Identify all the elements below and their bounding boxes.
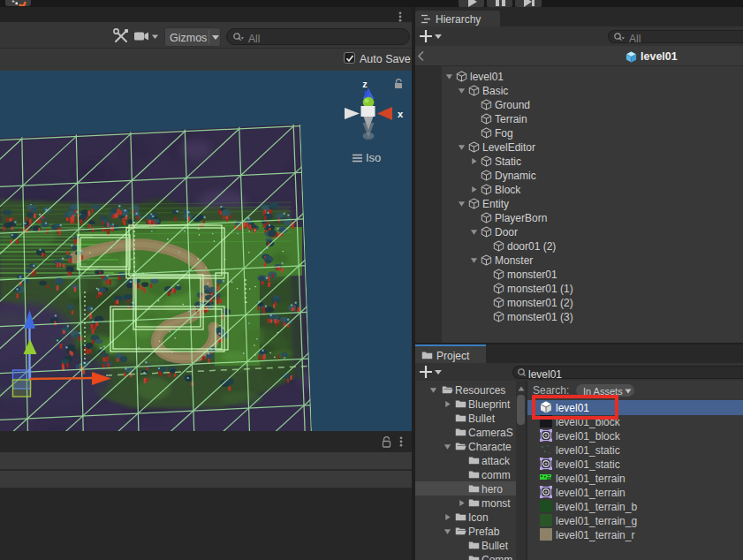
svg-text:y: y <box>364 87 370 98</box>
svg-text:x: x <box>398 109 404 119</box>
svg-text:Iso: Iso <box>366 151 381 164</box>
